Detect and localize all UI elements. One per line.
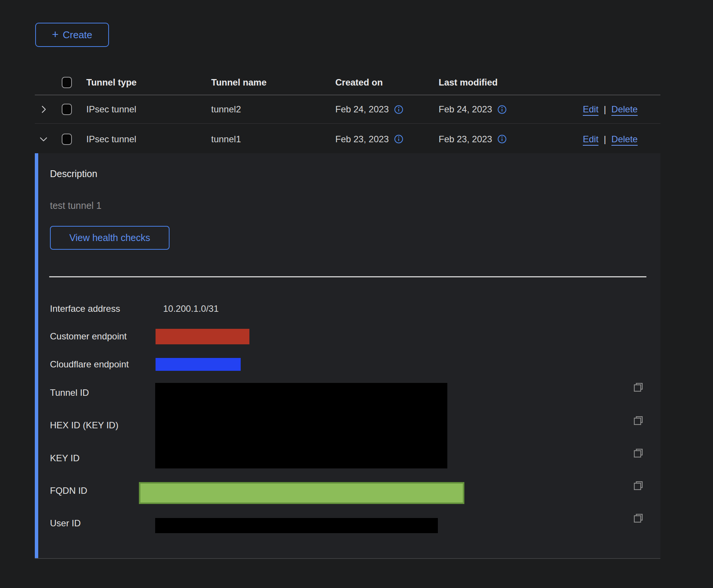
copy-icon	[632, 415, 644, 426]
delete-link[interactable]: Delete	[612, 104, 638, 115]
cloudflare-endpoint-label: Cloudflare endpoint	[50, 359, 129, 370]
delete-link[interactable]: Delete	[612, 134, 638, 145]
created-on-info-button[interactable]	[394, 104, 404, 115]
edit-link[interactable]: Edit	[583, 134, 598, 145]
action-separator: |	[604, 134, 606, 145]
create-button-label: Create	[63, 29, 92, 41]
collapse-row-button[interactable]	[38, 134, 49, 145]
tunnel-id-label: Tunnel ID	[50, 387, 89, 398]
fqdn-id-label: FQDN ID	[50, 485, 87, 496]
copy-icon	[632, 512, 644, 524]
create-button[interactable]: + Create	[35, 23, 109, 47]
copy-icon	[632, 447, 644, 459]
last-modified-info-button[interactable]	[497, 134, 507, 144]
copy-icon	[632, 381, 644, 393]
row-checkbox[interactable]	[62, 134, 72, 145]
header-last-modified: Last modified	[439, 77, 498, 88]
row-checkbox[interactable]	[62, 104, 72, 115]
tunnel-name-cell: tunnel1	[211, 134, 241, 145]
tunnels-page: + Create Tunnel type Tunnel name Created…	[0, 0, 713, 588]
expanded-row-accent-bar	[35, 153, 38, 558]
expand-row-button[interactable]	[38, 104, 49, 115]
copy-fqdn-id-button[interactable]	[631, 479, 645, 492]
table-row: IPsec tunnel tunnel2 Feb 24, 2023 Feb 24…	[35, 95, 660, 124]
customer-endpoint-label: Customer endpoint	[50, 331, 127, 342]
header-tunnel-type: Tunnel type	[86, 77, 137, 88]
user-id-label: User ID	[50, 518, 81, 529]
ids-redacted-value	[155, 383, 447, 468]
tunnel-type-cell: IPsec tunnel	[86, 134, 136, 145]
copy-tunnel-id-button[interactable]	[631, 380, 645, 394]
user-id-redacted-value	[155, 518, 438, 533]
tunnel-type-cell: IPsec tunnel	[86, 104, 136, 115]
plus-icon: +	[52, 29, 59, 40]
description-value: test tunnel 1	[50, 200, 101, 211]
copy-icon	[632, 480, 644, 492]
chevron-down-icon	[39, 134, 48, 144]
edit-link[interactable]: Edit	[583, 104, 598, 115]
info-circle-icon	[497, 104, 507, 115]
created-on-info-button[interactable]	[394, 134, 404, 144]
select-all-checkbox-cell	[62, 77, 72, 88]
view-health-checks-button[interactable]: View health checks	[50, 226, 170, 250]
fqdn-id-redacted-value	[139, 482, 464, 504]
tunnel-detail-panel: Description test tunnel 1 View health ch…	[35, 153, 660, 559]
chevron-right-icon	[39, 104, 48, 114]
header-created-on: Created on	[335, 77, 383, 88]
hex-id-label: HEX ID (KEY ID)	[50, 420, 118, 431]
last-modified-info-button[interactable]	[497, 104, 507, 115]
last-modified-cell: Feb 23, 2023	[439, 134, 492, 145]
tunnels-table: Tunnel type Tunnel name Created on Last …	[35, 64, 660, 154]
interface-address-label: Interface address	[50, 303, 120, 314]
action-separator: |	[604, 104, 606, 115]
select-all-checkbox[interactable]	[62, 77, 72, 88]
table-header-row: Tunnel type Tunnel name Created on Last …	[35, 64, 660, 95]
table-row: IPsec tunnel tunnel1 Feb 23, 2023 Feb 23…	[35, 124, 660, 154]
key-id-label: KEY ID	[50, 453, 79, 464]
last-modified-cell: Feb 24, 2023	[439, 104, 492, 115]
customer-endpoint-redacted-value	[156, 329, 249, 344]
info-circle-icon	[394, 134, 404, 144]
copy-key-id-button[interactable]	[631, 446, 645, 460]
header-tunnel-name: Tunnel name	[211, 77, 266, 88]
copy-user-id-button[interactable]	[631, 511, 645, 525]
cloudflare-endpoint-redacted-value	[156, 358, 241, 371]
tunnel-name-cell: tunnel2	[211, 104, 241, 115]
copy-hex-id-button[interactable]	[631, 414, 645, 427]
info-circle-icon	[497, 134, 507, 144]
description-label: Description	[50, 168, 97, 179]
interface-address-value: 10.200.1.0/31	[163, 303, 219, 314]
created-on-cell: Feb 23, 2023	[335, 134, 389, 145]
info-circle-icon	[394, 104, 404, 115]
section-divider	[49, 276, 646, 277]
created-on-cell: Feb 24, 2023	[335, 104, 389, 115]
